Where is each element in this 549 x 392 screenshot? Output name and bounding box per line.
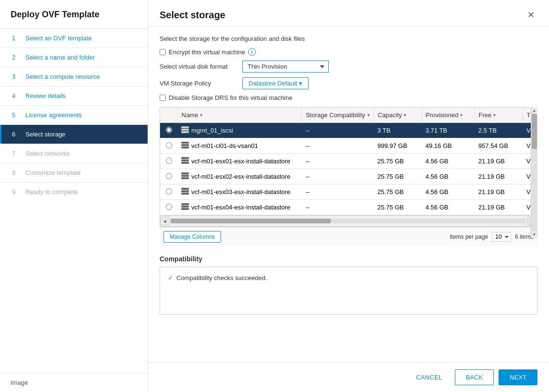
vertical-scrollbar[interactable]: ▴ ▾ xyxy=(531,107,537,238)
row-radio-input[interactable] xyxy=(166,204,172,210)
th-free[interactable]: Free ▾ xyxy=(474,108,523,123)
step-label-9: Ready to complete xyxy=(25,188,77,196)
storage-table-container: Name ▾ Storage Compatibility ▾ xyxy=(160,107,537,227)
table-scroll-area[interactable]: Name ▾ Storage Compatibility ▾ xyxy=(160,108,537,215)
svg-rect-4 xyxy=(181,144,189,146)
step-number-5: 5 xyxy=(12,111,21,119)
th-name[interactable]: Name ▾ xyxy=(177,108,301,123)
datastore-icon xyxy=(181,142,189,150)
table-row[interactable]: vcf-m01-esx03-esx-install-datastore -- 2… xyxy=(160,184,537,200)
svg-rect-10 xyxy=(181,175,189,177)
row-provisioned: 4.56 GB xyxy=(422,200,474,215)
disk-format-select[interactable]: Thin Provision xyxy=(242,61,329,73)
scroll-track[interactable] xyxy=(171,219,526,223)
table-row[interactable]: mgmt_01_iscsi -- 3 TB 3.71 TB 2.5 TB V xyxy=(160,123,537,138)
row-radio-cell[interactable] xyxy=(160,138,177,154)
step-number-9: 9 xyxy=(12,188,21,196)
scroll-left-arrow[interactable]: ◂ xyxy=(160,217,170,225)
sidebar-step-4[interactable]: 4Review details xyxy=(0,86,148,105)
close-button[interactable]: ✕ xyxy=(524,9,537,21)
vm-policy-button[interactable]: Datastore Default ▾ xyxy=(242,77,309,89)
svg-rect-8 xyxy=(181,162,189,164)
sidebar-step-1[interactable]: 1Select an OVF template xyxy=(0,29,148,48)
compat-sort-icon: ▾ xyxy=(367,112,370,118)
compatibility-box: ✓ Compatibility checks succeeded. xyxy=(160,267,537,315)
svg-rect-16 xyxy=(181,206,189,208)
sidebar-footer: Image xyxy=(0,373,148,392)
row-capacity: 999.97 GB xyxy=(374,138,422,154)
table-row[interactable]: vcf-m01-cl01-ds-vsan01 -- 999.97 GB 49.1… xyxy=(160,138,537,154)
row-radio-cell[interactable] xyxy=(160,169,177,184)
svg-rect-11 xyxy=(181,177,189,179)
datastore-name: vcf-m01-esx04-esx-install-datastore xyxy=(181,203,290,211)
row-radio-input[interactable] xyxy=(166,173,172,179)
row-radio-cell[interactable] xyxy=(160,200,177,215)
table-row[interactable]: vcf-m01-esx02-esx-install-datastore -- 2… xyxy=(160,169,537,184)
step-number-7: 7 xyxy=(12,150,21,157)
svg-rect-5 xyxy=(181,147,189,148)
row-radio-input[interactable] xyxy=(166,188,172,195)
row-radio-cell[interactable] xyxy=(160,154,177,169)
step-number-6: 6 xyxy=(12,131,21,138)
table-row[interactable]: vcf-m01-esx01-esx-install-datastore -- 2… xyxy=(160,154,537,169)
check-icon: ✓ xyxy=(168,274,174,282)
v-scroll-track[interactable] xyxy=(531,114,537,231)
items-per-page-select[interactable]: 10 xyxy=(492,232,511,242)
th-provisioned[interactable]: Provisioned ▾ xyxy=(422,108,474,123)
svg-rect-9 xyxy=(181,172,189,174)
row-radio-input[interactable] xyxy=(166,142,172,148)
step-number-3: 3 xyxy=(12,73,21,80)
datastore-name: vcf-m01-esx01-esx-install-datastore xyxy=(181,157,290,165)
row-name: vcf-m01-esx04-esx-install-datastore xyxy=(177,200,301,215)
table-row[interactable]: vcf-m01-esx04-esx-install-datastore -- 2… xyxy=(160,200,537,215)
row-name: mgmt_01_iscsi xyxy=(177,123,301,138)
row-radio-cell[interactable] xyxy=(160,184,177,200)
datastore-name: vcf-m01-esx02-esx-install-datastore xyxy=(181,172,290,181)
row-storage-compat: -- xyxy=(301,123,374,138)
v-scroll-up-arrow[interactable]: ▴ xyxy=(531,107,537,114)
info-icon[interactable]: i xyxy=(248,48,256,56)
cancel-button[interactable]: CANCEL xyxy=(408,370,450,385)
row-free: 21.19 GB xyxy=(474,154,523,169)
disk-format-row: Select virtual disk format Thin Provisio… xyxy=(160,61,537,73)
sidebar-step-6[interactable]: 6Select storage xyxy=(0,125,148,144)
row-provisioned: 4.56 GB xyxy=(422,169,474,184)
app-title: Deploy OVF Template xyxy=(0,0,148,29)
v-scroll-thumb xyxy=(532,114,537,149)
row-storage-compat: -- xyxy=(301,184,374,200)
sidebar-step-3[interactable]: 3Select a compute resource xyxy=(0,67,148,86)
sidebar-step-2[interactable]: 2Select a name and folder xyxy=(0,48,148,67)
capacity-sort-icon: ▾ xyxy=(404,112,406,118)
row-radio-input[interactable] xyxy=(166,158,172,164)
row-provisioned: 3.71 TB xyxy=(422,123,474,138)
scroll-thumb xyxy=(171,219,331,223)
encrypt-label[interactable]: Encrypt this virtual machine i xyxy=(160,48,256,56)
row-free: 2.5 TB xyxy=(474,123,523,138)
row-capacity: 25.75 GB xyxy=(374,184,422,200)
policy-chevron-icon: ▾ xyxy=(299,80,302,87)
back-button[interactable]: BACK xyxy=(455,369,494,385)
row-radio-cell[interactable] xyxy=(160,123,177,138)
name-sort-icon: ▾ xyxy=(200,112,202,118)
sidebar-step-5[interactable]: 5License agreements xyxy=(0,106,148,124)
encrypt-checkbox[interactable] xyxy=(160,49,166,55)
storage-table-wrapper: Name ▾ Storage Compatibility ▾ xyxy=(160,107,537,246)
next-button[interactable]: NEXT xyxy=(499,369,537,385)
svg-rect-6 xyxy=(181,157,189,159)
disable-drs-label[interactable]: Disable Storage DRS for this virtual mac… xyxy=(160,94,292,101)
row-radio-input[interactable] xyxy=(166,127,172,133)
disable-drs-checkbox[interactable] xyxy=(160,95,166,101)
step-label-6: Select storage xyxy=(25,131,65,138)
th-capacity[interactable]: Capacity ▾ xyxy=(374,108,422,123)
manage-columns-button[interactable]: Manage Columns xyxy=(163,231,221,243)
compatibility-message: Compatibility checks succeeded. xyxy=(176,274,267,282)
step-label-3: Select a compute resource xyxy=(25,73,100,80)
free-sort-icon: ▾ xyxy=(493,112,496,118)
vm-policy-label: VM Storage Policy xyxy=(160,80,237,87)
horizontal-scrollbar[interactable]: ◂ ▸ xyxy=(160,215,537,226)
th-storage-compat[interactable]: Storage Compatibility ▾ xyxy=(301,108,374,123)
items-per-page-label: Items per page xyxy=(449,233,488,240)
svg-rect-17 xyxy=(181,208,189,210)
step-number-4: 4 xyxy=(12,92,21,99)
v-scroll-down-arrow[interactable]: ▾ xyxy=(531,231,537,238)
